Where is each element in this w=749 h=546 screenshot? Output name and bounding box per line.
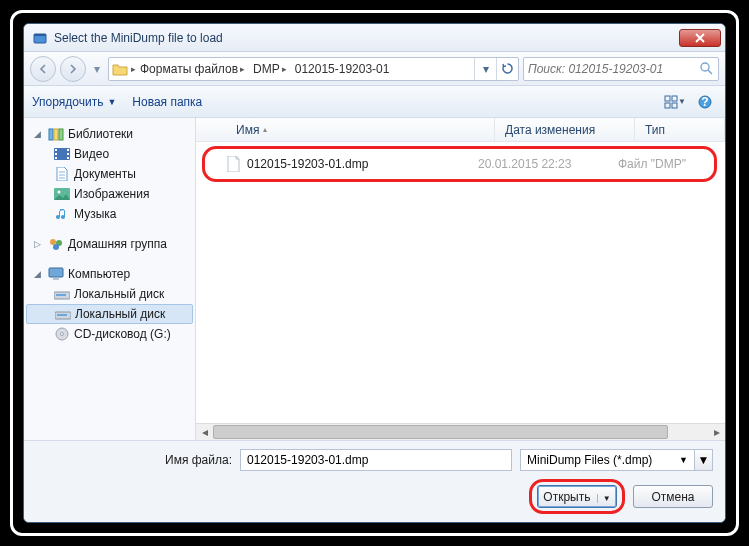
- svg-rect-1: [34, 34, 46, 36]
- svg-rect-11: [54, 129, 58, 140]
- new-folder-button[interactable]: Новая папка: [132, 95, 202, 109]
- open-label: Открыть: [543, 490, 590, 504]
- breadcrumb-seg-3[interactable]: 012015-19203-01: [291, 58, 394, 80]
- file-type-cell: Файл "DMP": [618, 157, 708, 171]
- nav-back-button[interactable]: [30, 56, 56, 82]
- footer: Имя файла: MiniDump Files (*.dmp)▼ ▼ Отк…: [24, 441, 725, 522]
- sidebar-item-homegroup[interactable]: ▷Домашняя группа: [26, 234, 193, 254]
- svg-text:?: ?: [701, 95, 708, 109]
- column-type[interactable]: Тип: [635, 118, 725, 141]
- svg-rect-18: [67, 153, 69, 155]
- view-mode-button[interactable]: ▼: [663, 91, 687, 113]
- tree-label: Изображения: [74, 187, 149, 201]
- svg-point-35: [61, 333, 64, 336]
- column-date[interactable]: Дата изменения: [495, 118, 635, 141]
- column-name[interactable]: Имя ▴: [196, 118, 495, 141]
- titlebar: Select the MiniDump file to load: [24, 24, 725, 52]
- file-row[interactable]: 012015-19203-01.dmp 20.01.2015 22:23 Фай…: [211, 153, 708, 175]
- libraries-icon: [48, 126, 64, 142]
- sidebar-item-computer[interactable]: ◢Компьютер: [26, 264, 193, 284]
- col-label: Имя: [236, 123, 259, 137]
- svg-rect-33: [57, 314, 67, 316]
- close-icon: [694, 33, 706, 43]
- toolbar-right: ▼ ?: [663, 91, 717, 113]
- drive-icon: [54, 286, 70, 302]
- tree-label: Домашняя группа: [68, 237, 167, 251]
- tree-label: Музыка: [74, 207, 116, 221]
- sidebar-item-video[interactable]: Видео: [26, 144, 193, 164]
- file-icon: [225, 156, 241, 172]
- close-button[interactable]: [679, 29, 721, 47]
- col-label: Дата изменения: [505, 123, 595, 137]
- search-box[interactable]: [523, 57, 719, 81]
- horizontal-scrollbar[interactable]: ◂ ▸: [196, 423, 725, 440]
- organize-menu[interactable]: Упорядочить ▼: [32, 95, 116, 109]
- cdrom-icon: [54, 326, 70, 342]
- breadcrumb-seg-2[interactable]: DMP ▸: [249, 58, 291, 80]
- navbar: ▾ ▸ Форматы файлов ▸ DMP ▸ 012015-19203-…: [24, 52, 725, 86]
- svg-rect-6: [665, 103, 670, 108]
- sidebar-item-images[interactable]: Изображения: [26, 184, 193, 204]
- body: ◢Библиотеки Видео Документы Изображения …: [24, 118, 725, 441]
- tree-label: Локальный диск: [75, 307, 165, 321]
- help-button[interactable]: ?: [693, 91, 717, 113]
- svg-rect-10: [49, 129, 53, 140]
- filetype-label: MiniDump Files (*.dmp): [527, 453, 652, 467]
- svg-rect-31: [56, 294, 66, 296]
- open-button[interactable]: Открыть ▼: [537, 485, 617, 508]
- sidebar-item-localdisk-2[interactable]: Локальный диск: [26, 304, 193, 324]
- nav-history-dropdown[interactable]: ▾: [90, 56, 104, 82]
- svg-rect-4: [665, 96, 670, 101]
- file-pane: Имя ▴ Дата изменения Тип 012015-19203-01…: [196, 118, 725, 440]
- refresh-button[interactable]: [496, 58, 518, 80]
- view-icon: [664, 95, 678, 109]
- svg-point-2: [701, 63, 709, 71]
- homegroup-icon: [48, 236, 64, 252]
- arrow-left-icon: [38, 64, 48, 74]
- breadcrumb-dropdown-button[interactable]: ▾: [474, 58, 496, 80]
- arrow-right-icon: [68, 64, 78, 74]
- search-icon: [698, 61, 714, 77]
- sidebar-item-libraries[interactable]: ◢Библиотеки: [26, 124, 193, 144]
- svg-rect-19: [67, 157, 69, 159]
- filetype-dropdown-extra[interactable]: ▼: [695, 449, 713, 471]
- breadcrumb-label: DMP: [253, 62, 280, 76]
- breadcrumb-bar[interactable]: ▸ Форматы файлов ▸ DMP ▸ 012015-19203-01…: [108, 57, 519, 81]
- file-name-text: 012015-19203-01.dmp: [247, 157, 368, 171]
- tree-label: CD-дисковод (G:): [74, 327, 171, 341]
- help-icon: ?: [698, 95, 712, 109]
- breadcrumb-label: Форматы файлов: [140, 62, 238, 76]
- svg-point-25: [50, 239, 56, 245]
- svg-rect-7: [672, 103, 677, 108]
- column-headers: Имя ▴ Дата изменения Тип: [196, 118, 725, 142]
- nav-forward-button[interactable]: [60, 56, 86, 82]
- svg-rect-16: [55, 157, 57, 159]
- filetype-select[interactable]: MiniDump Files (*.dmp)▼: [520, 449, 695, 471]
- svg-rect-15: [55, 153, 57, 155]
- tree-label: Локальный диск: [74, 287, 164, 301]
- sidebar-item-cdrom[interactable]: CD-дисковод (G:): [26, 324, 193, 344]
- scroll-track[interactable]: [213, 424, 708, 440]
- breadcrumb-label: 012015-19203-01: [295, 62, 390, 76]
- drive-icon: [55, 306, 71, 322]
- sidebar-item-documents[interactable]: Документы: [26, 164, 193, 184]
- cancel-button[interactable]: Отмена: [633, 485, 713, 508]
- sidebar-item-localdisk-1[interactable]: Локальный диск: [26, 284, 193, 304]
- sidebar: ◢Библиотеки Видео Документы Изображения …: [24, 118, 196, 440]
- filename-input[interactable]: [240, 449, 512, 471]
- highlight-open-button: Открыть ▼: [529, 479, 625, 514]
- scroll-right-button[interactable]: ▸: [708, 424, 725, 440]
- sidebar-item-music[interactable]: Музыка: [26, 204, 193, 224]
- organize-label: Упорядочить: [32, 95, 103, 109]
- search-input[interactable]: [528, 62, 698, 76]
- document-icon: [54, 166, 70, 182]
- folder-icon: [109, 62, 131, 76]
- filename-label: Имя файла:: [160, 453, 232, 467]
- svg-rect-5: [672, 96, 677, 101]
- breadcrumb-seg-1[interactable]: Форматы файлов ▸: [136, 58, 249, 80]
- scroll-left-button[interactable]: ◂: [196, 424, 213, 440]
- scroll-thumb[interactable]: [213, 425, 668, 439]
- video-icon: [54, 146, 70, 162]
- svg-rect-29: [53, 278, 59, 280]
- svg-point-27: [53, 244, 59, 250]
